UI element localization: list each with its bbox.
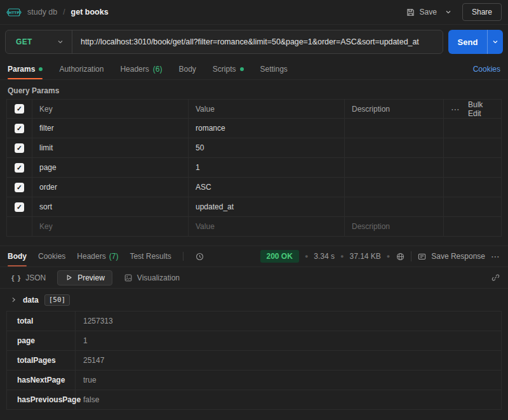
topbar: HTTP study db / get books Save: [0, 0, 508, 25]
response-field-key: hasPreviousPage: [7, 390, 76, 409]
send-button-label: Send: [448, 30, 487, 54]
http-method-icon: HTTP: [6, 7, 22, 18]
tab-authorization[interactable]: Authorization: [59, 59, 104, 79]
param-checkbox[interactable]: ✓: [15, 183, 24, 192]
param-value-cell[interactable]: 1: [189, 158, 345, 177]
param-value-cell[interactable]: updated_at: [189, 197, 345, 216]
save-icon: [406, 8, 415, 17]
save-button-label: Save: [420, 8, 437, 16]
response-field-row: total1257313: [7, 312, 501, 331]
param-checkbox[interactable]: ✓: [15, 202, 24, 212]
param-actions-cell: [444, 158, 501, 177]
breadcrumb-separator: /: [63, 8, 65, 16]
save-button[interactable]: Save: [402, 4, 441, 20]
column-header-key: Key: [32, 100, 189, 118]
select-all-checkbox[interactable]: ✓: [15, 104, 24, 114]
response-tab-headers[interactable]: Headers (7): [77, 246, 118, 266]
param-key-cell[interactable]: order: [32, 178, 189, 197]
param-description-cell[interactable]: [345, 138, 444, 157]
param-description-cell[interactable]: [345, 197, 444, 216]
response-tab-test-results[interactable]: Test Results: [130, 246, 171, 266]
breadcrumb-workspace[interactable]: study db: [27, 8, 57, 16]
param-checkbox[interactable]: ✓: [15, 124, 24, 133]
param-key-cell[interactable]: filter: [32, 119, 189, 138]
tab-settings[interactable]: Settings: [260, 59, 288, 79]
send-options-chevron[interactable]: [487, 30, 503, 54]
param-actions-cell: [444, 217, 501, 236]
param-actions-cell: [444, 119, 501, 138]
save-options-chevron[interactable]: [441, 5, 456, 19]
response-header: Body Cookies Headers (7) Test Results 20…: [0, 246, 508, 267]
response-history-button[interactable]: [195, 246, 204, 266]
param-description-cell[interactable]: [345, 158, 444, 177]
method-selector[interactable]: GET: [6, 30, 72, 53]
tab-params[interactable]: Params: [8, 59, 43, 79]
chevron-down-icon: [57, 38, 64, 46]
dot-separator: ●: [305, 253, 308, 259]
view-toggle-visualization[interactable]: Visualization: [120, 271, 184, 285]
param-key-cell[interactable]: Key: [32, 217, 189, 236]
cookies-link[interactable]: Cookies: [473, 59, 500, 79]
chevron-right-icon: [10, 296, 17, 303]
param-value-cell[interactable]: Value: [189, 217, 345, 236]
response-options-ellipsis-icon[interactable]: ⋯: [491, 252, 500, 261]
param-description-cell[interactable]: [345, 178, 444, 197]
query-param-row: ✓page1: [7, 158, 501, 178]
data-array-expander[interactable]: data [50]: [0, 289, 508, 311]
response-tab-cookies-label: Cookies: [38, 252, 65, 261]
param-value-cell[interactable]: ASC: [189, 178, 345, 197]
response-meta: 200 OK ● 3.34 s ● 37.14 KB ●: [260, 246, 500, 266]
params-active-dot: [39, 67, 43, 71]
param-checkbox[interactable]: ✓: [15, 163, 24, 173]
network-info-button[interactable]: [396, 252, 405, 261]
save-response-button[interactable]: Save Response: [417, 252, 485, 261]
param-key-cell[interactable]: page: [32, 158, 189, 177]
response-field-value: true: [76, 371, 501, 390]
query-param-row: ✓filterromance: [7, 119, 501, 138]
url-input[interactable]: [72, 30, 443, 53]
breadcrumb-request-name[interactable]: get books: [71, 8, 109, 16]
image-icon: [124, 273, 133, 282]
response-tab-headers-label: Headers: [77, 252, 105, 261]
tab-scripts[interactable]: Scripts: [213, 59, 244, 79]
param-value-cell[interactable]: romance: [189, 119, 345, 138]
query-param-row: ✓orderASC: [7, 178, 501, 197]
response-tab-body[interactable]: Body: [8, 246, 27, 266]
response-field-key: hasNextPage: [7, 371, 76, 390]
view-toggle-preview[interactable]: Preview: [57, 270, 112, 285]
method-label: GET: [16, 37, 32, 46]
query-param-row: ✓limit50: [7, 138, 501, 158]
bulk-edit-button[interactable]: Bulk Edit: [468, 100, 493, 118]
send-button[interactable]: Send: [448, 30, 503, 54]
response-field-key: page: [7, 331, 76, 350]
globe-icon: [396, 252, 405, 261]
view-toggle-json[interactable]: { } JSON: [8, 271, 50, 285]
param-key-cell[interactable]: sort: [32, 197, 189, 216]
param-description-cell[interactable]: Description: [345, 217, 444, 236]
share-button[interactable]: Share: [462, 3, 502, 21]
tab-authorization-label: Authorization: [59, 65, 104, 74]
request-tabs: Params Authorization Headers (6) Body Sc…: [0, 59, 508, 80]
param-description-cell[interactable]: [345, 119, 444, 138]
response-field-value: 25147: [76, 351, 501, 370]
url-box: GET: [5, 30, 443, 54]
copy-link-button[interactable]: [491, 273, 500, 282]
dot-separator: ●: [340, 253, 344, 259]
response-field-row: page1: [7, 331, 501, 351]
param-key-cell[interactable]: limit: [32, 138, 189, 157]
tab-body[interactable]: Body: [178, 59, 196, 79]
save-response-icon: [417, 252, 427, 261]
response-tab-cookies[interactable]: Cookies: [38, 246, 65, 266]
checkbox-cell: [7, 217, 32, 236]
query-param-placeholder-row: Key Value Description: [7, 217, 501, 237]
params-actions-cell: ⋯ Bulk Edit: [444, 100, 501, 118]
ellipsis-icon[interactable]: ⋯: [451, 105, 460, 114]
response-tab-test-results-label: Test Results: [130, 252, 171, 261]
view-preview-label: Preview: [77, 273, 105, 282]
link-icon: [491, 273, 500, 282]
json-braces-icon: { }: [11, 274, 21, 282]
param-value-cell[interactable]: 50: [189, 138, 345, 157]
param-checkbox[interactable]: ✓: [15, 143, 24, 153]
tab-headers[interactable]: Headers (6): [120, 59, 162, 79]
response-field-value: 1: [76, 331, 501, 350]
